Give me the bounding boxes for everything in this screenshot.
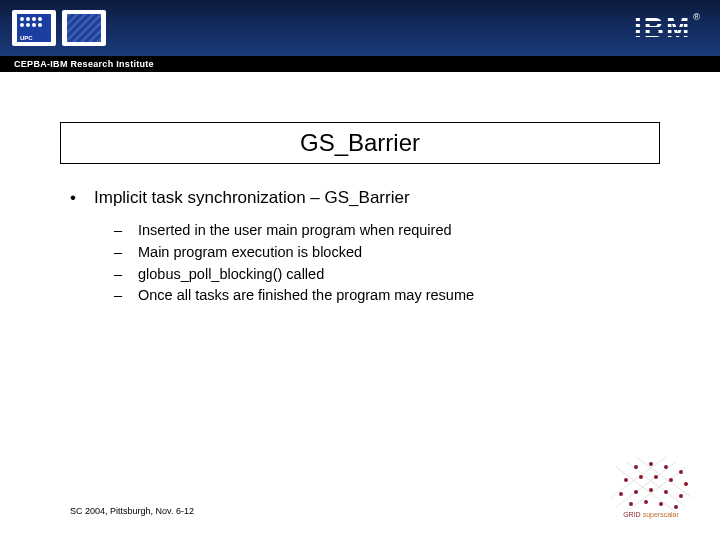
header-sub-bar: CEPBA-IBM Research Institute [0, 56, 720, 72]
dash-icon: – [114, 264, 138, 286]
left-logos: UPC [12, 10, 106, 46]
list-item: – Main program execution is blocked [114, 242, 670, 264]
dash-icon: – [114, 285, 138, 307]
svg-line-4 [616, 467, 676, 512]
svg-point-7 [649, 462, 653, 466]
header-top-bar: UPC IBM® [0, 0, 720, 56]
footer-text: SC 2004, Pittsburgh, Nov. 6-12 [70, 506, 194, 516]
sub-bullet-list: – Inserted in the user main program when… [114, 220, 670, 307]
stripe-logo [62, 10, 106, 46]
bullet-dot-icon: • [70, 188, 94, 208]
svg-line-1 [626, 467, 686, 512]
grid-logo-text: GRID superscalar [606, 511, 696, 518]
svg-point-8 [664, 465, 668, 469]
svg-point-11 [639, 475, 643, 479]
slide-title: GS_Barrier [61, 129, 659, 157]
slide-title-box: GS_Barrier [60, 122, 660, 164]
sub-bullet-text: Once all tasks are finished the program … [138, 285, 474, 307]
svg-point-21 [644, 500, 648, 504]
svg-point-22 [659, 502, 663, 506]
sub-bullet-text: globus_poll_blocking() called [138, 264, 324, 286]
sub-bullet-text: Main program execution is blocked [138, 242, 362, 264]
svg-line-3 [626, 462, 686, 507]
institute-label: CEPBA-IBM Research Institute [14, 59, 154, 69]
upc-logo: UPC [12, 10, 56, 46]
sub-bullet-text: Inserted in the user main program when r… [138, 220, 452, 242]
dash-icon: – [114, 220, 138, 242]
svg-line-5 [636, 457, 691, 497]
svg-point-17 [649, 488, 653, 492]
svg-point-15 [619, 492, 623, 496]
dash-icon: – [114, 242, 138, 264]
svg-point-18 [664, 490, 668, 494]
svg-point-14 [684, 482, 688, 486]
svg-point-16 [634, 490, 638, 494]
slide-content: • Implicit task synchronization – GS_Bar… [70, 188, 670, 307]
ibm-logo: IBM® [634, 12, 700, 44]
list-item: – Inserted in the user main program when… [114, 220, 670, 242]
main-bullet: • Implicit task synchronization – GS_Bar… [70, 188, 670, 208]
list-item: – Once all tasks are finished the progra… [114, 285, 670, 307]
list-item: – globus_poll_blocking() called [114, 264, 670, 286]
svg-point-6 [634, 465, 638, 469]
svg-point-9 [679, 470, 683, 474]
svg-point-13 [669, 478, 673, 482]
main-bullet-text: Implicit task synchronization – GS_Barri… [94, 188, 410, 208]
svg-point-10 [624, 478, 628, 482]
svg-point-12 [654, 475, 658, 479]
svg-point-23 [674, 505, 678, 509]
grid-superscalar-logo: GRID superscalar [606, 452, 696, 522]
svg-point-19 [679, 494, 683, 498]
svg-point-20 [629, 502, 633, 506]
